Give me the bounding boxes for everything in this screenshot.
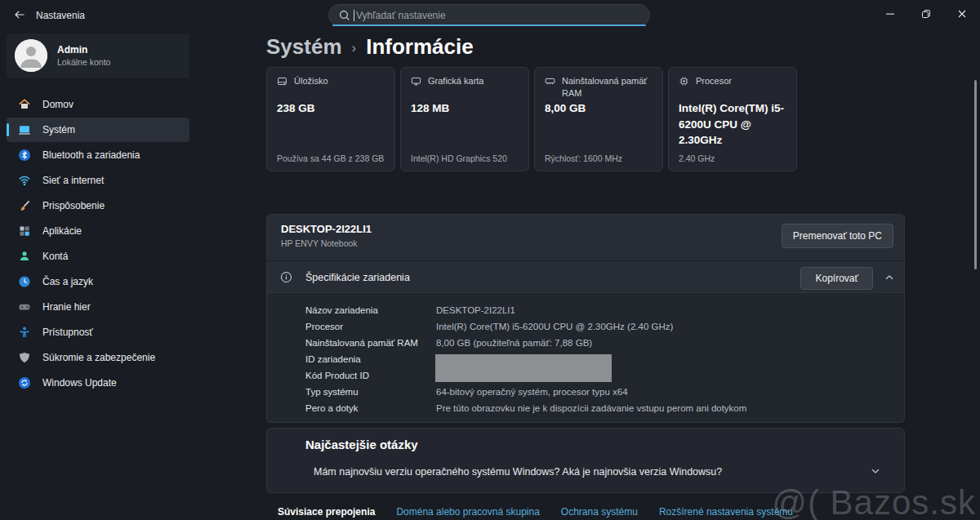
sidebar-item-accessibility[interactable]: Prístupnosť (7, 320, 189, 344)
spec-label: Pero a dotyk (305, 403, 436, 413)
spec-row: Procesor Intel(R) Core(TM) i5-6200U CPU … (305, 318, 896, 335)
device-panel: DESKTOP-2I22LI1 HP ENVY Notebook Premeno… (266, 214, 905, 260)
sidebar-item-label: Systém (42, 124, 75, 136)
card-title: Grafická karta (428, 75, 483, 87)
related-links-title: Súvisiace prepojenia (278, 506, 375, 518)
gpu-card[interactable]: Grafická karta 128 MB Intel(R) HD Graphi… (400, 67, 529, 171)
rename-pc-button[interactable]: Premenovať toto PC (782, 224, 893, 248)
ram-card[interactable]: Nainštalovaná pamäť RAM 8,00 GB Rýchlosť… (534, 67, 663, 171)
ram-icon (545, 76, 555, 87)
card-value: 128 MB (411, 100, 522, 117)
minimize-icon (884, 8, 896, 20)
sidebar-item-personalization[interactable]: Prispôsobenie (7, 193, 189, 218)
sidebar-item-label: Bluetooth a zariadenia (42, 149, 140, 161)
sidebar-item-label: Prístupnosť (42, 327, 93, 338)
spec-label: Kód Product ID (305, 371, 436, 380)
chevron-up-icon[interactable] (884, 272, 895, 283)
device-name: DESKTOP-2I22LI1 (281, 223, 372, 235)
sidebar-item-label: Aplikácie (42, 225, 82, 237)
text-caret (354, 10, 354, 21)
sidebar-item-domov[interactable]: Domov (7, 92, 189, 117)
sidebar-item-time-language[interactable]: Čas a jazyk (7, 269, 189, 294)
storage-icon (277, 76, 287, 87)
restore-button[interactable] (908, 0, 944, 28)
bluetooth-icon (18, 149, 31, 162)
link-advanced-system-settings[interactable]: Rozšírené nastavenia systému (659, 506, 793, 518)
search-input[interactable] (356, 6, 642, 24)
sidebar-item-accounts[interactable]: Kontá (7, 244, 189, 269)
window-controls (872, 0, 980, 28)
back-arrow-icon (13, 8, 26, 21)
redacted-values-overlay (435, 354, 612, 382)
sidebar-item-bluetooth[interactable]: Bluetooth a zariadenia (7, 143, 189, 167)
spec-label: Nainštalovaná pamäť RAM (305, 338, 436, 348)
search-icon (338, 9, 351, 22)
sidebar-item-windows-update[interactable]: Windows Update (7, 371, 189, 395)
windows-update-icon (18, 376, 31, 389)
apps-icon (18, 224, 31, 238)
sidebar-item-label: Súkromie a zabezpečenie (42, 352, 155, 363)
storage-card[interactable]: Úložisko 238 GB Používa sa 44 GB z 238 G… (266, 67, 395, 171)
close-button[interactable] (944, 0, 980, 28)
home-icon (18, 98, 31, 111)
faq-question[interactable]: Mám najnovšiu verziu operačného systému … (314, 466, 722, 478)
sidebar-item-privacy[interactable]: Súkromie a zabezpečenie (7, 345, 189, 370)
sidebar-item-network[interactable]: Sieť a internet (7, 168, 189, 193)
sidebar-nav: Domov Systém Bluetooth a zariadenia Sieť… (7, 92, 189, 396)
device-specs-title: Špecifikácie zariadenia (305, 272, 410, 283)
spec-row: Typ systému 64-bitový operačný systém, p… (305, 384, 896, 400)
vertical-scrollbar[interactable] (974, 80, 977, 269)
page-title: Informácie (366, 34, 474, 60)
card-detail: 2.40 GHz (679, 153, 715, 163)
card-title: Nainštalovaná pamäť RAM (562, 75, 653, 100)
gpu-icon (411, 76, 421, 87)
spec-label: Procesor (305, 322, 436, 331)
time-language-icon (18, 275, 31, 288)
accessibility-icon (18, 326, 31, 339)
cpu-icon (679, 76, 689, 87)
card-value: 8,00 GB (545, 100, 656, 117)
breadcrumb: Systém › Informácie (266, 34, 474, 60)
sidebar-item-label: Kontá (42, 251, 68, 262)
spec-label: Typ systému (305, 387, 436, 397)
profile-card[interactable]: Admin Lokálne konto (7, 33, 189, 78)
card-title: Procesor (696, 75, 732, 87)
card-value: Intel(R) Core(TM) i5-6200U CPU @ 2.30GHz (679, 100, 790, 149)
sidebar: Admin Lokálne konto Domov Systém Bluetoo… (0, 29, 245, 520)
sidebar-item-label: Sieť a internet (42, 175, 104, 186)
titlebar: Nastavenia (0, 0, 980, 29)
faq-panel: Najčastejšie otázky Mám najnovšiu verziu… (266, 428, 905, 493)
link-domain-workgroup[interactable]: Doména alebo pracovná skupina (396, 506, 539, 518)
sidebar-item-label: Prispôsobenie (42, 200, 105, 211)
sidebar-item-label: Windows Update (42, 377, 117, 389)
back-button[interactable] (10, 7, 29, 23)
copy-button[interactable]: Kopírovať (800, 267, 873, 290)
info-icon (280, 271, 292, 283)
restore-icon (920, 8, 932, 20)
breadcrumb-parent[interactable]: Systém (266, 34, 342, 60)
spec-row: Názov zariadenia DESKTOP-2I22LI1 (305, 302, 896, 318)
spec-value: Pre túto obrazovku nie je k dispozícii z… (436, 403, 746, 413)
minimize-button[interactable] (872, 0, 908, 28)
related-links: Súvisiace prepojenia Doména alebo pracov… (278, 506, 793, 518)
network-icon (18, 174, 31, 187)
card-detail: Intel(R) HD Graphics 520 (411, 153, 507, 163)
system-icon (18, 123, 31, 136)
sidebar-item-gaming[interactable]: Hranie hier (7, 295, 189, 319)
search-box[interactable] (328, 4, 650, 26)
cpu-card[interactable]: Procesor Intel(R) Core(TM) i5-6200U CPU … (668, 67, 797, 171)
chevron-down-icon[interactable] (870, 465, 881, 477)
profile-account-type: Lokálne konto (57, 57, 110, 67)
profile-name: Admin (57, 44, 87, 56)
card-detail: Rýchlosť: 1600 MHz (545, 153, 622, 163)
device-specs-expander[interactable]: Špecifikácie zariadenia Kopírovať (266, 260, 905, 293)
sidebar-item-apps[interactable]: Aplikácie (7, 219, 189, 243)
card-detail: Používa sa 44 GB z 238 GB (277, 153, 384, 163)
spec-value: 8,00 GB (použiteľná pamäť: 7,88 GB) (436, 338, 592, 348)
sidebar-item-system[interactable]: Systém (7, 118, 189, 142)
spec-row: Nainštalovaná pamäť RAM 8,00 GB (použite… (305, 335, 896, 351)
link-system-protection[interactable]: Ochrana systému (561, 506, 638, 518)
faq-title: Najčastejšie otázky (305, 438, 418, 451)
spec-row: Pero a dotyk Pre túto obrazovku nie je k… (305, 400, 896, 416)
card-value: 238 GB (277, 100, 388, 117)
